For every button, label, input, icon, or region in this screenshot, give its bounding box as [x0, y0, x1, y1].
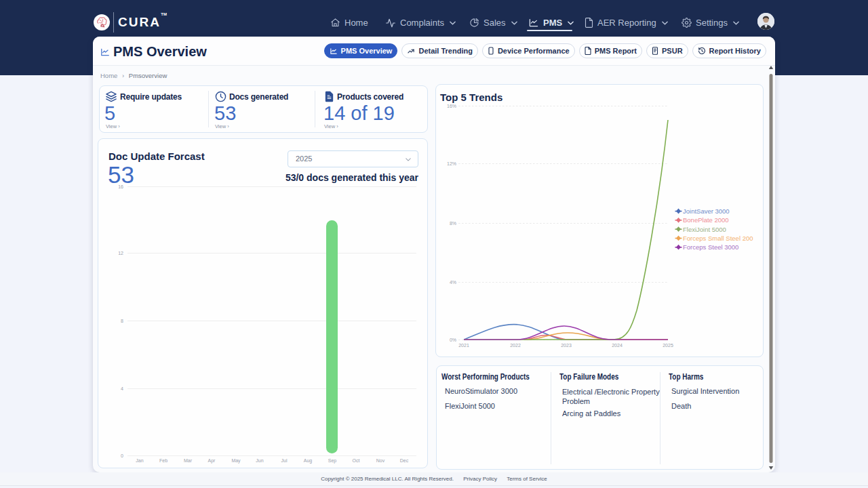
svg-text:2025: 2025	[663, 343, 673, 348]
svg-text:JointSaver 3000: JointSaver 3000	[683, 207, 730, 215]
svg-text:May: May	[231, 458, 241, 464]
svg-text:BonePlate 2000: BonePlate 2000	[683, 216, 729, 224]
svg-text:2021: 2021	[458, 343, 469, 348]
svg-text:Forceps Small Steel 200: Forceps Small Steel 200	[683, 235, 753, 242]
svg-text:0%: 0%	[450, 338, 456, 342]
svg-text:Feb: Feb	[159, 458, 167, 463]
svg-text:Nov: Nov	[376, 458, 385, 463]
svg-text:Forceps Steel 3000: Forceps Steel 3000	[683, 243, 738, 251]
svg-text:4%: 4%	[450, 280, 456, 285]
svg-text:0: 0	[121, 453, 123, 458]
svg-text:4: 4	[121, 386, 123, 391]
svg-text:16%: 16%	[447, 104, 456, 108]
svg-text:Dec: Dec	[400, 458, 409, 463]
svg-text:Oct: Oct	[353, 458, 360, 463]
svg-text:Jan: Jan	[136, 458, 143, 463]
svg-text:Sep: Sep	[328, 458, 337, 464]
svg-text:Mar: Mar	[184, 458, 193, 463]
svg-text:12%: 12%	[447, 161, 456, 166]
svg-text:Aug: Aug	[304, 458, 313, 464]
svg-text:Apr: Apr	[208, 458, 216, 464]
svg-text:12: 12	[118, 251, 123, 256]
svg-text:8: 8	[121, 319, 123, 323]
svg-text:Jun: Jun	[256, 458, 263, 463]
svg-text:2022: 2022	[510, 343, 521, 348]
svg-text:2024: 2024	[612, 343, 623, 348]
svg-text:Jul: Jul	[281, 458, 288, 463]
svg-text:16: 16	[118, 184, 123, 189]
svg-text:FlexiJoint 5000: FlexiJoint 5000	[683, 226, 726, 233]
svg-text:2023: 2023	[561, 343, 572, 348]
svg-text:8%: 8%	[450, 221, 456, 226]
